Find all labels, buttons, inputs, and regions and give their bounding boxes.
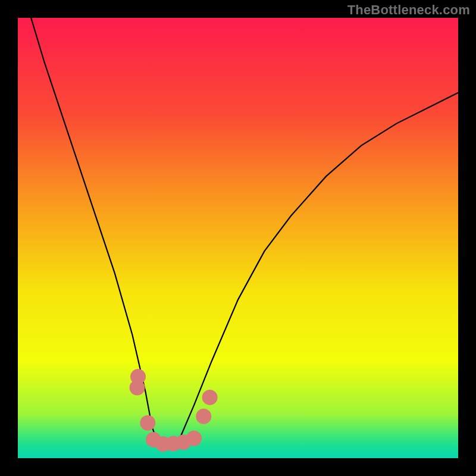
data-marker [186, 431, 202, 446]
data-marker [202, 390, 218, 405]
chart-frame: TheBottleneck.com [0, 0, 476, 476]
watermark-text: TheBottleneck.com [347, 2, 470, 18]
data-marker [196, 409, 211, 424]
data-marker [130, 380, 145, 396]
plot-background [18, 18, 458, 458]
bottleneck-chart [0, 0, 476, 476]
data-marker [140, 415, 155, 431]
